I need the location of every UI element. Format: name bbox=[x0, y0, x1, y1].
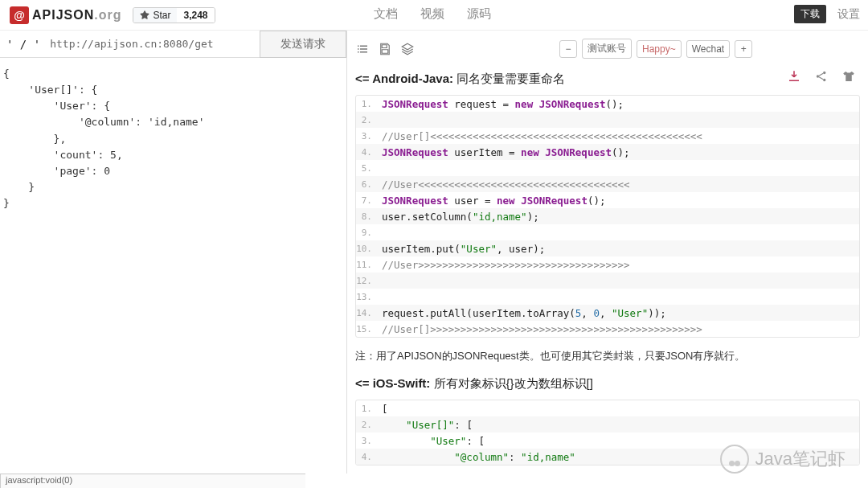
svg-point-0 bbox=[817, 75, 819, 77]
tab-happy[interactable]: Happy~ bbox=[637, 40, 682, 58]
url-input[interactable] bbox=[47, 31, 260, 57]
github-star-badge[interactable]: Star 3,248 bbox=[133, 7, 215, 23]
section-android-head: <= Android-Java: 同名变量需要重命名 bbox=[355, 72, 860, 87]
top-nav: 文档 视频 源码 bbox=[374, 6, 491, 22]
wechat-icon bbox=[720, 445, 749, 474]
download-chip[interactable]: 下载 bbox=[794, 5, 826, 23]
header-right: 下载 设置 bbox=[794, 5, 860, 23]
tshirt-icon[interactable] bbox=[841, 69, 856, 84]
star-count: 3,248 bbox=[177, 8, 214, 23]
code-line: 11.//User>>>>>>>>>>>>>>>>>>>>>>>>>>>>>>>… bbox=[356, 256, 859, 273]
code-line: 15.//User[]>>>>>>>>>>>>>>>>>>>>>>>>>>>>>… bbox=[356, 321, 859, 337]
section-ios-head: <= iOS-Swift: 所有对象标识{}改为数组标识[] bbox=[355, 376, 860, 392]
code-block-android: 1.JSONRequest request = new JSONRequest(… bbox=[355, 95, 860, 338]
response-pane: − 测试账号 Happy~ Wechat + <= Android-Java: … bbox=[347, 31, 868, 474]
code-line: 8.user.setColumn("id,name"); bbox=[356, 208, 859, 224]
code-line: 9. bbox=[356, 224, 859, 240]
account-tabs: − 测试账号 Happy~ Wechat + bbox=[559, 39, 752, 59]
code-line: 1.JSONRequest request = new JSONRequest(… bbox=[356, 96, 859, 112]
download-icon[interactable] bbox=[787, 69, 801, 84]
nav-source[interactable]: 源码 bbox=[467, 6, 491, 22]
share-icon[interactable] bbox=[814, 69, 829, 84]
main-area: ' / ' 发送请求 { 'User[]': { 'User': { '@col… bbox=[0, 31, 868, 474]
svg-point-1 bbox=[823, 72, 825, 74]
note-text: 注：用了APIJSON的JSONRequest类。也可使用其它类封装，只要JSO… bbox=[355, 349, 860, 363]
code-line: 4.JSONRequest userItem = new JSONRequest… bbox=[356, 144, 859, 160]
code-line: 3.//User[]<<<<<<<<<<<<<<<<<<<<<<<<<<<<<<… bbox=[356, 128, 859, 144]
watermark: Java笔记虾 bbox=[720, 445, 845, 474]
app-header: @ APIJSON.org Star 3,248 文档 视频 源码 下载 设置 bbox=[0, 0, 868, 31]
logo-icon: @ bbox=[10, 6, 29, 24]
toolbar: − 测试账号 Happy~ Wechat + bbox=[355, 35, 860, 67]
code-line: 14.request.putAll(userItem.toArray(5, 0,… bbox=[356, 305, 859, 321]
action-icons bbox=[787, 69, 856, 84]
list-icon[interactable] bbox=[355, 42, 370, 56]
star-label: Star bbox=[153, 10, 170, 21]
logo-text: APIJSON.org bbox=[32, 8, 121, 23]
nav-video[interactable]: 视频 bbox=[420, 6, 444, 22]
request-pane: ' / ' 发送请求 { 'User[]': { 'User': { '@col… bbox=[0, 31, 347, 474]
code-line: 2. bbox=[356, 112, 859, 128]
tab-collapse[interactable]: − bbox=[559, 40, 577, 58]
star-icon bbox=[140, 10, 149, 20]
code-line: 2. "User[]": [ bbox=[356, 416, 859, 433]
code-line: 1.[ bbox=[356, 400, 859, 416]
code-line: 5. bbox=[356, 160, 859, 176]
code-line: 12. bbox=[356, 273, 859, 289]
svg-point-2 bbox=[823, 79, 825, 81]
code-line: 6.//User<<<<<<<<<<<<<<<<<<<<<<<<<<<<<<<<… bbox=[356, 176, 859, 192]
layers-icon[interactable] bbox=[400, 42, 415, 56]
url-prefix: ' / ' bbox=[0, 38, 47, 51]
settings-link[interactable]: 设置 bbox=[837, 7, 860, 22]
send-request-button[interactable]: 发送请求 bbox=[260, 31, 346, 58]
code-line: 13. bbox=[356, 289, 859, 305]
code-line: 7.JSONRequest user = new JSONRequest(); bbox=[356, 192, 859, 208]
tab-wechat[interactable]: Wechat bbox=[686, 40, 730, 58]
tab-add[interactable]: + bbox=[735, 40, 752, 58]
status-bar: javascript:void(0) bbox=[0, 474, 305, 488]
code-line: 10.userItem.put("User", user); bbox=[356, 240, 859, 256]
logo[interactable]: @ APIJSON.org bbox=[10, 6, 121, 24]
json-editor[interactable]: { 'User[]': { 'User': { '@column': 'id,n… bbox=[0, 58, 346, 474]
save-icon[interactable] bbox=[378, 42, 392, 56]
nav-docs[interactable]: 文档 bbox=[374, 6, 398, 22]
url-row: ' / ' 发送请求 bbox=[0, 31, 346, 58]
tab-test-account[interactable]: 测试账号 bbox=[582, 39, 632, 59]
